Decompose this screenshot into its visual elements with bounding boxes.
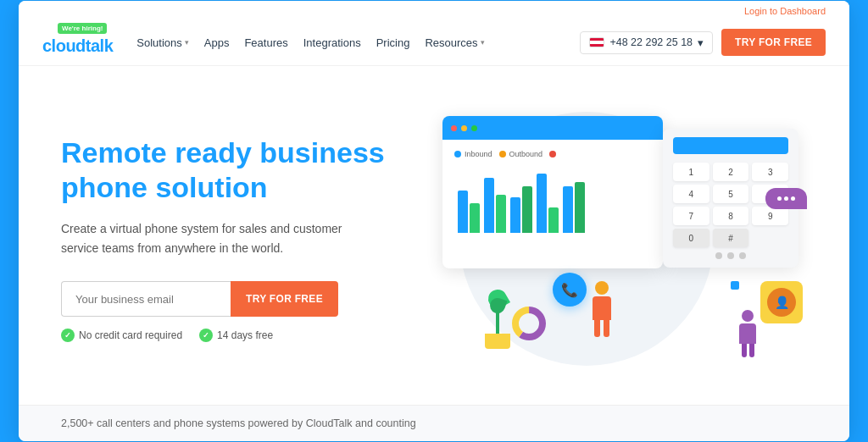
analytics-header [442, 116, 663, 140]
character-2 [739, 310, 756, 357]
char-1-leg-left [594, 320, 600, 337]
orange-dot [499, 151, 506, 157]
email-input[interactable] [61, 281, 231, 317]
key-2[interactable]: 2 [713, 163, 749, 181]
avatar: 👤 [767, 288, 796, 317]
blue-dot [454, 151, 461, 157]
donut-svg [510, 305, 548, 342]
chevron-down-icon: ▾ [481, 38, 485, 47]
navbar: Login to Dashboard We're hiring! cloudta… [19, 1, 849, 66]
check-icon: ✓ [199, 329, 213, 342]
free-trial-label: 14 days free [217, 329, 273, 341]
bar-group-1 [458, 191, 480, 233]
char-2-leg-left [742, 344, 747, 357]
nav-resources-label: Resources [425, 36, 477, 49]
bar-teal-4 [548, 207, 559, 233]
key-4[interactable]: 4 [673, 185, 709, 203]
logo-area: We're hiring! cloudtalk [42, 30, 113, 56]
chevron-down-icon: ▾ [698, 36, 704, 49]
key-0[interactable]: 0 [673, 229, 709, 247]
user-card: 👤 [760, 281, 803, 323]
char-1-head [595, 281, 609, 295]
chat-dot-2 [784, 196, 788, 201]
phone-card-header [673, 137, 788, 154]
chart-label-outbound: Outbound [499, 150, 543, 158]
char-2-leg-right [749, 344, 754, 357]
char-1-body [593, 296, 611, 320]
bar-blue-4 [537, 174, 547, 233]
no-credit-card-badge: ✓ No credit card required [61, 329, 182, 342]
key-3[interactable]: 3 [752, 163, 788, 181]
key-7[interactable]: 7 [673, 207, 709, 225]
chart-label-inbound: Inbound [454, 150, 492, 158]
nav-pricing[interactable]: Pricing [376, 36, 410, 49]
dots-row [673, 252, 788, 259]
key-hash[interactable]: # [713, 229, 749, 247]
nav-solutions-label: Solutions [136, 36, 181, 49]
char-2-head [742, 310, 754, 322]
nav-integrations[interactable]: Integrations [303, 36, 361, 49]
nav-apps[interactable]: Apps [204, 36, 230, 49]
footer-text: 2,500+ call centers and phone systems po… [61, 417, 416, 429]
try-free-button-nav[interactable]: TRY FOR FREE [721, 29, 826, 56]
nav-items: Solutions ▾ Apps Features Integrations P… [136, 36, 580, 49]
hero-section: Remote ready business phone solution Cre… [19, 66, 849, 405]
bar-teal-1 [470, 203, 480, 233]
nav-solutions[interactable]: Solutions ▾ [136, 36, 188, 49]
key-1[interactable]: 1 [673, 163, 709, 181]
bar-group-2 [484, 178, 506, 233]
navbar-main: We're hiring! cloudtalk Solutions ▾ Apps… [42, 19, 826, 65]
analytics-body: Inbound Outbound [442, 140, 663, 240]
red-dot [549, 151, 556, 157]
bar-blue-3 [510, 197, 520, 233]
chevron-down-icon: ▾ [185, 38, 189, 47]
gray-dot-1 [715, 252, 722, 259]
phone-number: +48 22 292 25 18 [609, 36, 693, 48]
char-2-body [739, 323, 756, 344]
logo[interactable]: cloudtalk [42, 36, 113, 56]
chat-dot-3 [791, 196, 795, 201]
phone-icon: 📞 [561, 282, 578, 298]
bar-blue-2 [484, 178, 494, 233]
bar-teal-5 [575, 182, 585, 233]
login-link[interactable]: Login to Dashboard [744, 6, 826, 16]
nav-features[interactable]: Features [244, 36, 287, 49]
key-8[interactable]: 8 [713, 207, 749, 225]
free-trial-badge: ✓ 14 days free [199, 329, 273, 342]
bar-blue-5 [563, 186, 573, 233]
hero-illustration: Inbound Outbound [434, 103, 807, 374]
no-credit-card-label: No credit card required [79, 329, 182, 341]
try-free-button-hero[interactable]: TRY FOR FREE [231, 281, 338, 317]
key-5[interactable]: 5 [713, 185, 749, 203]
plant-illustration [485, 290, 510, 349]
bar-teal-3 [522, 186, 532, 233]
blue-square-decoration [731, 281, 739, 290]
gray-dot-3 [739, 252, 746, 259]
bar-teal-2 [496, 195, 506, 233]
plant-pot [485, 334, 510, 349]
hero-subtitle: Create a virtual phone system for sales … [61, 219, 366, 257]
phone-selector[interactable]: +48 22 292 25 18 ▾ [580, 31, 713, 54]
main-container: Login to Dashboard We're hiring! cloudta… [19, 1, 849, 441]
key-9[interactable]: 9 [752, 207, 788, 225]
donut-chart [510, 305, 548, 342]
trust-badges: ✓ No credit card required ✓ 14 days free [61, 329, 417, 342]
char-1-legs [587, 320, 616, 337]
hero-title: Remote ready business phone solution [61, 135, 417, 205]
close-dot [451, 125, 457, 131]
bar-group-5 [563, 182, 585, 233]
chart-labels: Inbound Outbound [454, 150, 651, 158]
analytics-card: Inbound Outbound [442, 116, 663, 268]
nav-right: +48 22 292 25 18 ▾ TRY FOR FREE [580, 29, 826, 56]
bar-blue-1 [458, 191, 468, 233]
character-1 [587, 281, 616, 340]
bar-group-3 [510, 186, 532, 233]
nav-resources[interactable]: Resources ▾ [425, 36, 484, 49]
chart-label-extra [549, 151, 556, 157]
footer-strip: 2,500+ call centers and phone systems po… [19, 405, 849, 441]
email-form: TRY FOR FREE [61, 281, 417, 317]
hero-left: Remote ready business phone solution Cre… [61, 135, 417, 342]
bar-chart [454, 165, 651, 233]
call-icon-bubble: 📞 [553, 273, 587, 307]
chat-bubble [765, 188, 807, 209]
